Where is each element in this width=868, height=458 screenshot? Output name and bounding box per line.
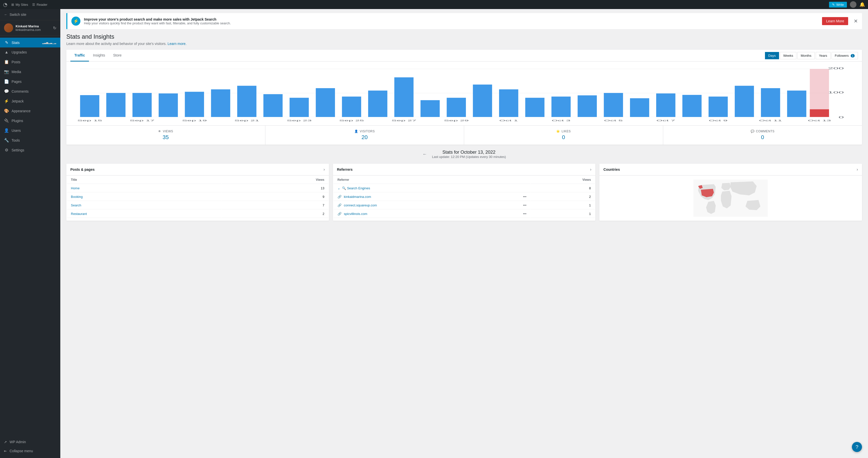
sidebar-item-appearance[interactable]: 🎨 Appearance	[0, 106, 60, 116]
table-row: Restaurant 2	[67, 210, 329, 218]
period-selector: Days Weeks Months Years Followers 1	[765, 52, 858, 59]
stat-likes: ⭐ Likes 0	[464, 126, 663, 144]
refresh-icon[interactable]: ↻	[53, 26, 56, 30]
svg-rect-10	[185, 92, 204, 117]
referrers-title: Referrers	[337, 167, 352, 171]
svg-rect-27	[630, 98, 649, 117]
referrers-header: Referrers ›	[333, 164, 596, 175]
period-years-button[interactable]: Years	[816, 52, 831, 59]
write-button[interactable]: ✎ Write	[829, 2, 847, 7]
comments-count: 0	[667, 134, 858, 141]
person-icon: 👤	[354, 130, 359, 133]
sidebar-item-users[interactable]: 👤 Users	[0, 126, 60, 135]
post-link[interactable]: Search	[71, 203, 81, 207]
reader-link[interactable]: ☰ Reader	[32, 3, 48, 6]
sidebar-item-comments[interactable]: 💬 Comments	[0, 86, 60, 96]
period-months-button[interactable]: Months	[797, 52, 815, 59]
svg-rect-13	[264, 94, 282, 117]
my-sites-link[interactable]: ⊞ My Sites	[11, 3, 28, 6]
ref-col-referrer: Referrer	[334, 176, 530, 184]
table-row: Search 7	[67, 201, 329, 209]
date-title: Stats for October 13, 2022	[432, 150, 506, 155]
sidebar-item-stats[interactable]: ✎ Stats ▂▃▅▂▃▁▂	[0, 38, 60, 47]
svg-text:Oct 5: Oct 5	[604, 119, 623, 122]
tab-insights[interactable]: Insights	[89, 50, 109, 62]
eye-icon: 👁	[158, 130, 161, 133]
more-options-icon[interactable]: •••	[523, 203, 526, 207]
referrer-link[interactable]: kinkaidmarina.com	[344, 195, 371, 199]
wp-admin-link[interactable]: ➚ WP Admin	[4, 437, 56, 447]
svg-rect-14	[289, 98, 309, 117]
sidebar-user: Kinkaid Marina kinkaidmarina.com ↻	[0, 20, 60, 36]
date-back-button[interactable]: ←	[423, 152, 427, 157]
pencil-icon: ✎	[832, 3, 835, 6]
tab-traffic[interactable]: Traffic	[70, 50, 89, 62]
expand-icon[interactable]: ⌄	[338, 186, 340, 190]
table-row: 🔗 connect.squareup.com ••• 1	[334, 201, 595, 209]
post-link[interactable]: Booking	[71, 195, 83, 199]
post-views: 13	[222, 184, 329, 192]
plugins-icon: 🔌	[4, 118, 9, 123]
sidebar-item-tools[interactable]: 🔧 Tools	[0, 135, 60, 145]
sidebar-item-posts[interactable]: 📋 Posts	[0, 57, 60, 67]
referrers-table: Referrer Views ⌄ 🔍 Search Engines	[333, 175, 596, 219]
svg-text:Sep 15: Sep 15	[77, 119, 102, 122]
page-title: Stats and Insights	[66, 33, 862, 40]
sidebar-item-media[interactable]: 📷 Media	[0, 67, 60, 76]
svg-text:Oct 1: Oct 1	[499, 119, 518, 122]
wordpress-logo[interactable]: ◔	[3, 1, 7, 7]
topbar-left: ◔ ⊞ My Sites ☰ Reader	[3, 1, 47, 7]
learn-more-link[interactable]: Learn more.	[167, 42, 186, 46]
comments-icon: 💬	[4, 89, 9, 94]
svg-rect-32	[761, 88, 780, 117]
svg-text:200: 200	[828, 67, 844, 70]
referrers-arrow[interactable]: ›	[590, 167, 591, 172]
countries-arrow[interactable]: ›	[857, 167, 858, 172]
referrer-link[interactable]: Search Engines	[347, 186, 370, 190]
countries-panel: Countries ›	[599, 164, 862, 221]
visitors-count: 20	[269, 134, 460, 141]
star-icon: ⭐	[556, 130, 560, 133]
referrer-link[interactable]: spicvillinois.com	[344, 212, 367, 216]
banner-subtitle: Help your visitors quickly find the prod…	[84, 21, 818, 25]
post-link[interactable]: Home	[71, 186, 80, 190]
table-row: Booking 9	[67, 193, 329, 201]
switch-site-button[interactable]: ← Switch site	[0, 9, 60, 20]
media-icon: 📷	[4, 69, 9, 74]
svg-rect-12	[237, 86, 256, 117]
traffic-chart: 200 100 0	[71, 67, 857, 122]
period-days-button[interactable]: Days	[765, 52, 779, 59]
sidebar-item-plugins[interactable]: 🔌 Plugins	[0, 116, 60, 126]
sidebar-bottom: ➚ WP Admin ⇤ Collapse menu	[0, 435, 60, 458]
sidebar-item-jetpack[interactable]: ⚡ Jetpack	[0, 96, 60, 106]
stat-views: 👁 Views 35	[66, 126, 266, 144]
banner-close-button[interactable]: ✕	[854, 18, 858, 24]
stats-mini-chart: ▂▃▅▂▃▁▂	[42, 41, 56, 44]
date-subtitle: Last update: 12:20 PM (Updates every 30 …	[432, 155, 506, 159]
tabs-bar: Traffic Insights Store Days Weeks Months	[66, 50, 862, 62]
posts-pages-arrow[interactable]: ›	[323, 167, 325, 172]
svg-rect-7	[106, 93, 125, 117]
post-link[interactable]: Restaurant	[71, 212, 87, 216]
external-icon: 🔗	[338, 203, 342, 207]
posts-pages-header: Posts & pages ›	[66, 164, 329, 175]
sidebar-item-upgrades[interactable]: ▲ Upgrades	[0, 47, 60, 57]
notifications-icon[interactable]: 🔔	[860, 2, 865, 7]
user-avatar[interactable]	[850, 1, 857, 8]
more-options-icon[interactable]: •••	[523, 212, 526, 216]
tab-store[interactable]: Store	[109, 50, 125, 62]
period-weeks-button[interactable]: Weeks	[780, 52, 797, 59]
referrer-link[interactable]: connect.squareup.com	[344, 203, 377, 207]
sidebar-item-pages[interactable]: 📄 Pages	[0, 76, 60, 86]
collapse-menu-button[interactable]: ⇤ Collapse menu	[4, 447, 56, 456]
svg-text:0: 0	[839, 116, 844, 119]
followers-button[interactable]: Followers 1	[832, 52, 858, 59]
views-count: 35	[70, 134, 261, 141]
more-options-icon[interactable]: •••	[523, 195, 526, 199]
sidebar-item-settings[interactable]: ⚙ Settings	[0, 145, 60, 155]
help-button[interactable]: ?	[852, 442, 862, 452]
table-row: 🔗 kinkaidmarina.com ••• 2	[334, 193, 595, 201]
posts-col-views: Views	[222, 176, 329, 184]
svg-rect-21	[473, 85, 492, 117]
learn-more-button[interactable]: Learn More	[822, 17, 848, 25]
